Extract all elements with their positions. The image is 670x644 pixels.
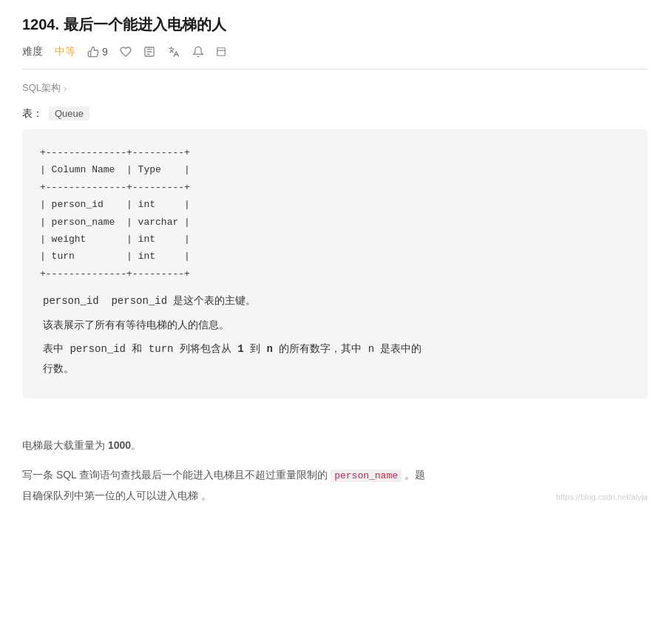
favorite-button[interactable] (120, 46, 132, 58)
bookmark-button[interactable] (216, 46, 226, 58)
desc-line-3: 表中 person_id 和 turn 列将包含从 1 到 n 的所有数字，其中… (43, 339, 627, 379)
code-line-7: | turn | int | (40, 248, 630, 265)
code-line-1: +--------------+---------+ (40, 144, 630, 161)
translate-button[interactable] (167, 46, 180, 58)
watermark: https://blog.csdn.net/alyja (556, 489, 648, 505)
elevator-capacity-line: 电梯最大载重量为 1000。 (22, 435, 648, 455)
code-line-5: | person_name | varchar | (40, 214, 630, 231)
like-button[interactable]: 9 (87, 46, 108, 58)
like-count: 9 (102, 46, 108, 58)
breadcrumb-separator: › (64, 83, 67, 94)
table-name-badge: Queue (49, 106, 89, 121)
table-label: 表： Queue (22, 106, 648, 121)
code-line-8: +--------------+---------+ (40, 265, 630, 282)
sql-query-instruction: 写一条 SQL 查询语句查找最后一个能进入电梯且不超过重量限制的 person_… (22, 465, 648, 505)
difficulty-value: 中等 (55, 45, 75, 58)
notification-button[interactable] (192, 46, 204, 58)
code-line-4: | person_id | int | (40, 196, 630, 213)
description-block: person_id person_id 是这个表的主键。 该表展示了所有有等待电… (40, 291, 630, 379)
code-line-6: | weight | int | (40, 231, 630, 248)
meta-bar: 难度 中等 9 (22, 45, 648, 70)
desc-line-2: 该表展示了所有有等待电梯的人的信息。 (43, 316, 627, 336)
breadcrumb: SQL架构 › (22, 81, 648, 95)
difficulty-label: 难度 (22, 45, 43, 58)
code-line-3: +--------------+---------+ (40, 179, 630, 196)
section-gap (22, 413, 648, 435)
bottom-section: 电梯最大载重量为 1000。 写一条 SQL 查询语句查找最后一个能进入电梯且不… (22, 435, 648, 506)
breadcrumb-sql[interactable]: SQL架构 (22, 81, 61, 95)
share-button[interactable] (143, 46, 155, 58)
table-label-text: 表： (22, 107, 43, 121)
page-title: 1204. 最后一个能进入电梯的人 (22, 15, 648, 35)
desc-line-1: person_id person_id 是这个表的主键。 (43, 291, 627, 311)
svg-rect-1 (217, 48, 226, 56)
schema-code-block: +--------------+---------+ | Column Name… (22, 129, 648, 399)
code-line-2: | Column Name | Type | (40, 161, 630, 178)
